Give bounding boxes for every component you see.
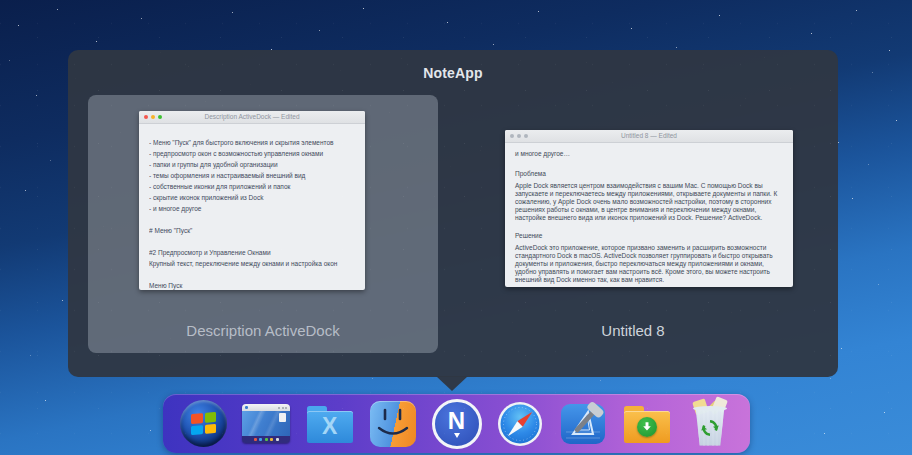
thumbnail-titlebar: Description ActiveDock — Edited xyxy=(139,111,365,124)
dock-item-system-folder[interactable]: X xyxy=(304,398,356,450)
doc-line: - темы оформления и настраиваемый внешни… xyxy=(149,170,355,181)
doc-line: и многое другое… xyxy=(515,150,783,158)
noteapp-letter: N xyxy=(448,410,465,432)
doc-line: - предпросмотр окон с возможностью управ… xyxy=(149,148,355,159)
doc-heading: Решение xyxy=(515,232,783,240)
doc-paragraph: ActiveDock это приложение, которое призв… xyxy=(515,244,783,284)
doc-line: Крупный текст, переключение между окнами… xyxy=(149,258,355,269)
dock-item-trash[interactable] xyxy=(684,398,736,450)
doc-line: Меню Пуск xyxy=(149,280,355,290)
doc-line: #2 Предпросмотр и Управление Окнами xyxy=(149,247,355,258)
doc-line xyxy=(149,236,355,247)
doc-line: # Меню "Пуск" xyxy=(149,225,355,236)
dock-item-downloads[interactable] xyxy=(621,398,673,450)
recycle-icon xyxy=(700,418,720,438)
doc-line xyxy=(149,269,355,280)
window-switcher-popup: NoteApp Description ActiveDock — Edited … xyxy=(68,50,838,377)
dock-item-windows[interactable] xyxy=(177,398,229,450)
trash-full-icon xyxy=(690,400,730,448)
window-label: Description ActiveDock xyxy=(88,322,438,339)
pen-nib-icon xyxy=(454,433,460,438)
folder-x-letter: X xyxy=(322,415,337,438)
downloads-folder-icon xyxy=(623,402,671,446)
desktop-window-icon xyxy=(242,404,290,443)
finder-icon xyxy=(370,401,416,447)
safari-compass-icon xyxy=(497,401,543,447)
thumbnail-title: Untitled 8 — Edited xyxy=(505,132,793,139)
folder-x-icon: X xyxy=(306,402,354,446)
thumbnail-title: Description ActiveDock — Edited xyxy=(139,113,365,120)
dock-item-finder[interactable] xyxy=(367,398,419,450)
dock-item-noteapp[interactable]: N xyxy=(431,398,483,450)
window-tile-description-activedock[interactable]: Description ActiveDock — Edited - Меню "… xyxy=(88,95,438,353)
window-thumbnail: Untitled 8 — Edited и многое другое… Про… xyxy=(505,130,793,287)
dock-item-remote-desktop[interactable] xyxy=(240,398,292,450)
thumbnail-titlebar: Untitled 8 — Edited xyxy=(505,130,793,143)
window-label: Untitled 8 xyxy=(448,322,818,339)
app-title: NoteApp xyxy=(68,65,838,81)
doc-line: - папки и группы для удобной организации xyxy=(149,159,355,170)
doc-paragraph: Apple Dock является центром взаимодейств… xyxy=(515,182,783,222)
thumbnail-document-text: и многое другое… Проблема Apple Dock явл… xyxy=(505,143,793,284)
xcode-hammer-icon xyxy=(560,401,606,447)
download-arrow-icon xyxy=(637,417,657,437)
doc-line: - скрытие иконок приложений из Dock xyxy=(149,192,355,203)
doc-line xyxy=(149,214,355,225)
starfield-layer-dim xyxy=(0,0,1,1)
doc-line: - собственные иконки для приложений и па… xyxy=(149,181,355,192)
windows-logo-icon xyxy=(180,400,227,447)
window-tile-untitled-8[interactable]: Untitled 8 — Edited и многое другое… Про… xyxy=(448,95,818,353)
dock-item-safari[interactable] xyxy=(494,398,546,450)
doc-line: - Меню "Пуск" для быстрого включения и с… xyxy=(149,137,355,148)
noteapp-icon: N xyxy=(432,399,482,449)
dock: X N xyxy=(163,394,750,453)
popup-pointer-tail xyxy=(436,376,468,391)
dock-item-xcode[interactable] xyxy=(557,398,609,450)
thumbnail-document-text: - Меню "Пуск" для быстрого включения и с… xyxy=(139,124,365,290)
doc-line: - и многое другое xyxy=(149,203,355,214)
doc-heading: Проблема xyxy=(515,170,783,178)
window-thumbnail: Description ActiveDock — Edited - Меню "… xyxy=(139,111,365,290)
